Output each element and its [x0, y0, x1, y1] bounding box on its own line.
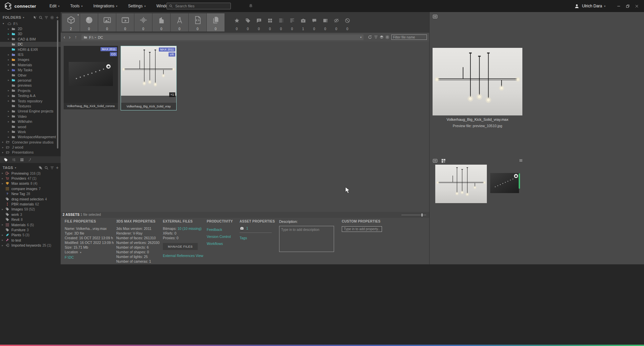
folders-search-icon[interactable] — [39, 15, 43, 20]
folder-item-my-tasks[interactable]: ▸My Tasks — [0, 68, 61, 73]
preview-visibility-icon[interactable] — [432, 14, 438, 19]
folders-title[interactable]: FOLDERS — [3, 15, 21, 19]
workspace-item-connecter-preview-studios[interactable]: ▸Connecter preview studios — [0, 140, 61, 145]
close-button[interactable] — [632, 0, 641, 12]
filter-favorites[interactable]: 0 — [231, 13, 242, 31]
tag-item-providers[interactable]: ▸Providers47 (1) — [0, 176, 61, 181]
expand-caret-icon[interactable]: ▸ — [7, 63, 10, 66]
refresh-icon[interactable] — [368, 35, 372, 39]
filter-feedback[interactable]: 0 — [253, 13, 264, 31]
renders-count[interactable]: 1 — [246, 226, 248, 230]
tag-item-compare-images[interactable]: compare images7 — [0, 186, 61, 191]
tag-item-previewing[interactable]: ▸Previewing316 (3) — [0, 171, 61, 176]
tags-link[interactable]: Tags — [240, 236, 275, 240]
folder-item-wilkhahn[interactable]: ▸Wilkhahn — [0, 119, 61, 124]
folders-settings-icon[interactable] — [50, 15, 54, 20]
expand-caret-icon[interactable]: ▸ — [1, 141, 4, 144]
tag-item-plants[interactable]: ▸Plants5 (3) — [0, 233, 61, 238]
folder-item-2d[interactable]: ▸2D — [0, 26, 61, 31]
type-filter-audio[interactable]: 0 — [134, 13, 152, 31]
breadcrumb[interactable]: F:\ ▸ DC ▾ — [81, 34, 364, 40]
tag-item-imported-keywords[interactable]: ▸Imported keywords25 (1) — [0, 243, 61, 248]
filter-detailed-list[interactable]: 0 — [275, 13, 286, 31]
expand-caret-icon[interactable]: ▸ — [1, 151, 4, 154]
expand-caret-icon[interactable]: ▸ — [7, 89, 10, 92]
folder-item-hdri-exr[interactable]: HDRI & EXR — [0, 47, 61, 52]
asset-card-vray-selected[interactable]: MAX 2011 VR +1 Volkerhaug_Big_Kick_Solid… — [121, 46, 177, 110]
forward-icon[interactable]: › — [67, 33, 72, 41]
folder-item-textures[interactable]: Textures — [0, 103, 61, 108]
tags-filter-icon[interactable] — [50, 166, 54, 170]
folder-item-testing-a-a[interactable]: ▸Testing A-A — [0, 93, 61, 98]
folder-item-video[interactable]: ▸Video — [0, 114, 61, 119]
folder-item-wood[interactable]: wood — [0, 124, 61, 129]
type-dropdown-icon[interactable]: ▾ — [77, 14, 79, 16]
sort-tags-icon[interactable] — [12, 158, 16, 162]
menu-tools[interactable]: Tools▾ — [70, 4, 83, 8]
filter-descriptions[interactable]: 0 — [286, 13, 298, 31]
workspace-item-j-wood[interactable]: ▸J wood — [0, 145, 61, 150]
renders-scrollbar[interactable] — [519, 173, 520, 189]
global-search[interactable] — [167, 3, 231, 9]
view-settings-icon[interactable] — [385, 35, 390, 39]
expand-caret-icon[interactable]: ▸ — [1, 177, 4, 180]
tags-search-icon[interactable] — [44, 166, 49, 170]
tag-item-to-test[interactable]: ▸to test — [0, 238, 61, 243]
folder-item-unreal-engine-projects[interactable]: ▸Unreal Engine projects — [0, 109, 61, 114]
location-link[interactable]: F:\DC — [65, 255, 114, 260]
expand-caret-icon[interactable]: ▸ — [7, 115, 10, 118]
tag-item-revit[interactable]: Revit8 — [0, 217, 61, 222]
breadcrumb-folder[interactable]: DC — [98, 35, 103, 39]
folder-item-projects[interactable]: ▸Projects — [0, 88, 61, 93]
notifications-bell-icon[interactable] — [248, 3, 253, 8]
folder-item-dc[interactable]: DC — [0, 42, 61, 47]
back-icon[interactable]: ‹ — [62, 33, 67, 41]
folder-item-ies[interactable]: ▸IES — [0, 52, 61, 57]
user-name[interactable]: Ulrich Dara — [582, 4, 602, 8]
render-thumbnail-corona[interactable] — [490, 173, 519, 193]
custom-property-input[interactable] — [342, 226, 382, 232]
type-filter-other-files[interactable]: 0 — [207, 13, 224, 31]
location-caret-icon[interactable]: ▾ — [80, 251, 81, 254]
renders-grid-icon[interactable] — [441, 158, 446, 163]
folders-caret-icon[interactable]: ▾ — [23, 16, 24, 19]
extra-files-overlay[interactable]: +1 — [169, 92, 175, 97]
type-filter-3d-files[interactable]: ▾2 — [62, 13, 80, 31]
folder-item-cad-bim[interactable]: ▸CAD & BIM — [0, 36, 61, 41]
menu-integrations[interactable]: Integrations▾ — [93, 4, 118, 8]
smart-tags-icon[interactable] — [28, 158, 32, 162]
restore-button[interactable] — [623, 0, 632, 12]
expand-caret-icon[interactable]: ▸ — [1, 208, 4, 211]
filter-collections[interactable]: 0 — [264, 13, 275, 31]
expand-caret-icon[interactable]: ▸ — [7, 58, 10, 61]
filter-blocked[interactable]: 0 — [342, 13, 353, 31]
expand-caret-icon[interactable]: ▸ — [7, 130, 10, 133]
type-filter-bim[interactable]: 0 — [152, 13, 170, 31]
type-filter-videos[interactable]: 0 — [116, 13, 134, 31]
expand-caret-icon[interactable]: ▾ — [3, 22, 6, 25]
tags-grid-icon[interactable] — [20, 158, 24, 162]
folders-scrollbar[interactable] — [57, 20, 58, 149]
folder-item-work[interactable]: ▸Work — [0, 129, 61, 134]
filter-comments[interactable]: 0 — [309, 13, 320, 31]
breadcrumb-dropdown-icon[interactable]: ▾ — [360, 36, 362, 39]
expand-caret-icon[interactable]: ▸ — [7, 53, 10, 56]
expand-caret-icon[interactable]: ▸ — [7, 99, 10, 102]
tags-title[interactable]: TAGS — [3, 166, 13, 170]
filter-custom-props[interactable]: 0 — [320, 13, 331, 31]
filter-with-renders[interactable]: 1 — [298, 13, 309, 31]
tag-item-pbr-materials[interactable]: PBR materials62 — [0, 201, 61, 206]
tag-item-materials[interactable]: ▸Materials6 (5) — [0, 222, 61, 227]
tag-item-drag-mixed-selection[interactable]: drag mixed selection4 — [0, 196, 61, 201]
user-menu-caret-icon[interactable]: ▾ — [604, 5, 605, 8]
menu-edit[interactable]: Edit▾ — [50, 4, 60, 8]
expand-caret-icon[interactable]: ▸ — [7, 37, 10, 40]
render-thumbnail-vray[interactable] — [435, 165, 487, 203]
slider-handle[interactable] — [422, 213, 423, 217]
renders-visibility-icon[interactable] — [432, 158, 438, 163]
expand-caret-icon[interactable]: ▸ — [1, 182, 4, 185]
expand-caret-icon[interactable]: ▸ — [1, 146, 4, 149]
expand-caret-icon[interactable]: ▸ — [7, 27, 10, 30]
folder-item-other[interactable]: Other — [0, 73, 61, 78]
search-input[interactable] — [175, 4, 229, 8]
